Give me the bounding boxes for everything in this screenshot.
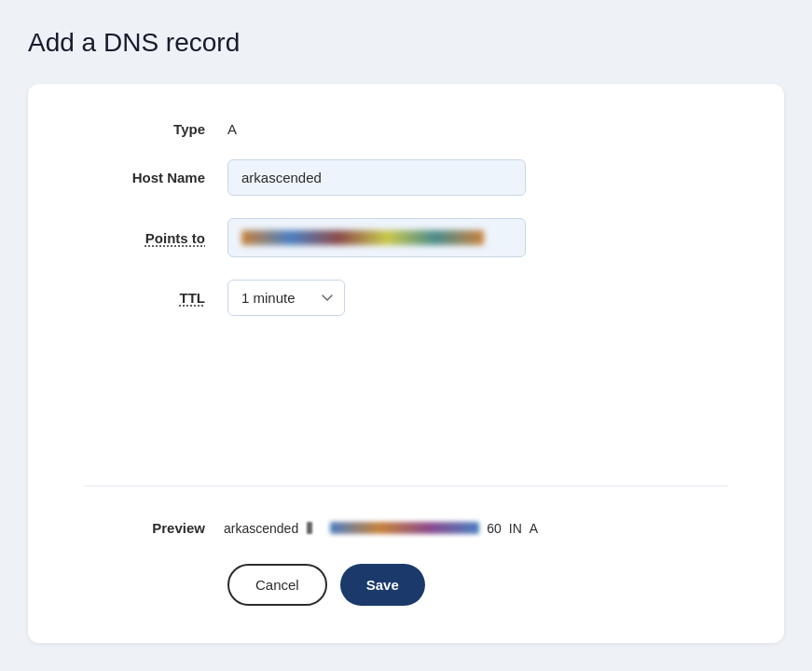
- points-to-field: [227, 218, 526, 257]
- preview-hostname: arkascended: [224, 521, 298, 536]
- ttl-row: TTL 1 minute 5 minutes 15 minutes 30 min…: [84, 280, 728, 316]
- points-to-row: Points to: [84, 218, 728, 257]
- preview-class: IN: [509, 521, 522, 536]
- ttl-select[interactable]: 1 minute 5 minutes 15 minutes 30 minutes…: [227, 280, 345, 316]
- preview-ttl-number: 60: [487, 521, 502, 536]
- preview-type: A: [530, 521, 538, 536]
- preview-separator: [307, 522, 312, 534]
- page-title: Add a DNS record: [28, 28, 784, 58]
- points-to-label: Points to: [84, 230, 205, 246]
- ttl-label: TTL: [84, 290, 205, 306]
- preview-value: arkascended 60 IN A: [224, 521, 542, 536]
- dns-form-card: Type A Host Name Points to TTL 1 minute …: [28, 84, 784, 643]
- button-row: Cancel Save: [227, 545, 728, 606]
- hostname-input[interactable]: [227, 159, 526, 196]
- form-section: Type A Host Name Points to TTL 1 minute …: [84, 121, 728, 476]
- save-button[interactable]: Save: [340, 564, 425, 606]
- type-value: A: [227, 121, 237, 137]
- preview-section: Preview arkascended 60 IN A: [84, 505, 728, 545]
- cancel-button[interactable]: Cancel: [227, 564, 327, 606]
- hostname-label: Host Name: [84, 170, 205, 185]
- type-row: Type A: [84, 121, 728, 137]
- points-to-blurred-value: [241, 230, 484, 245]
- type-label: Type: [84, 121, 205, 137]
- preview-label: Preview: [84, 520, 205, 536]
- preview-ip-blurred: [330, 522, 479, 534]
- hostname-row: Host Name: [84, 159, 728, 196]
- preview-gap: [318, 522, 322, 534]
- divider: [84, 486, 728, 486]
